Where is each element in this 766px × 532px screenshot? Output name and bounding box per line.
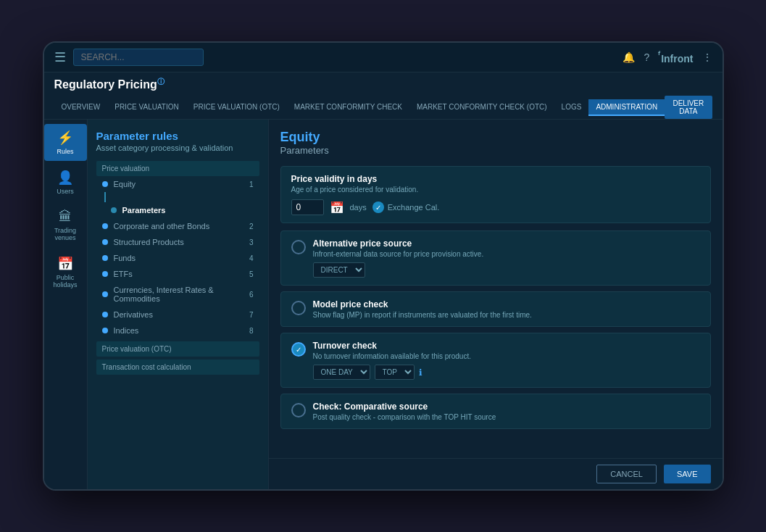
calendar-icon: 📅 xyxy=(330,201,344,215)
trading-venues-icon: 🏛 xyxy=(59,209,72,225)
tree-item-derivatives[interactable]: Derivatives 7 xyxy=(96,307,259,323)
sidebar-item-rules[interactable]: ⚡ Rules xyxy=(44,124,87,161)
right-panel: Equity Parameters Price validity in days… xyxy=(269,120,723,458)
parameters-dot xyxy=(111,207,117,213)
model-price-info: Model price check Show flag (MP) in repo… xyxy=(313,299,700,319)
equity-subtitle: Parameters xyxy=(280,145,711,156)
transaction-cost-section[interactable]: Transaction cost calculation xyxy=(96,359,259,375)
tree-item-currencies[interactable]: Currencies, Interest Rates & Commodities… xyxy=(96,282,259,307)
param-rules-subtitle: Asset category processing & validation xyxy=(96,144,259,152)
users-icon: 👤 xyxy=(57,170,73,186)
tree-connector xyxy=(104,192,106,202)
top-bar: ☰ 🔔 ? ᶠInfront ⋮ xyxy=(44,43,723,72)
bonds-dot xyxy=(102,223,108,229)
price-validity-title: Price validity in days xyxy=(291,174,700,184)
indices-dot xyxy=(102,328,108,333)
turnover-dropdown-row: ONE DAY TOP ℹ xyxy=(313,365,700,380)
tab-administration[interactable]: ADMINISTRATION xyxy=(588,99,665,116)
currencies-dot xyxy=(102,291,108,297)
tree-item-equity[interactable]: Equity 1 xyxy=(96,176,259,192)
comparative-title: Check: Comparative source xyxy=(313,402,700,412)
param-rules-panel: Parameter rules Asset category processin… xyxy=(88,120,269,489)
model-price-title: Model price check xyxy=(313,299,700,309)
turnover-toggle[interactable]: ✓ xyxy=(291,342,306,357)
price-valuation-section[interactable]: Price valuation xyxy=(96,161,259,176)
comparative-desc: Post quality check - comparison with the… xyxy=(313,413,700,421)
alt-price-dropdown[interactable]: DIRECT xyxy=(313,262,365,278)
alt-price-dropdown-row: DIRECT xyxy=(313,262,700,278)
exchange-cal-label: Exchange Cal. xyxy=(388,203,440,212)
sidebar-item-users[interactable]: 👤 Users xyxy=(44,164,87,201)
page-title: Regulatory Pricingⓘ xyxy=(54,77,712,91)
check-circle-icon: ✓ xyxy=(372,201,384,213)
more-icon[interactable]: ⋮ xyxy=(702,51,712,63)
comparative-info: Check: Comparative source Post quality c… xyxy=(313,402,700,421)
tree-item-parameters[interactable]: Parameters xyxy=(96,202,259,218)
param-rules-title: Parameter rules xyxy=(96,130,259,142)
turnover-info: Turnover check No turnover information a… xyxy=(313,341,700,380)
exchange-cal[interactable]: ✓ Exchange Cal. xyxy=(372,201,440,213)
tab-price-valuation[interactable]: PRICE VALUATION xyxy=(107,99,186,116)
price-validity-card: Price validity in days Age of a price co… xyxy=(280,166,711,223)
tab-market-conformity-otc[interactable]: MARKET CONFORMITY CHECK (OTC) xyxy=(409,99,554,116)
price-valuation-otc-section[interactable]: Price valuation (OTC) xyxy=(96,341,259,357)
comparative-toggle[interactable] xyxy=(291,403,306,417)
public-holidays-icon: 📅 xyxy=(57,256,73,272)
main-content: ⚡ Rules 👤 Users 🏛 Trading venues 📅 Publi… xyxy=(44,120,723,489)
nav-tabs: OVERVIEW PRICE VALUATION PRICE VALUATION… xyxy=(54,96,712,119)
alt-price-title: Alternative price source xyxy=(313,238,700,249)
tree-item-structured[interactable]: Structured Products 3 xyxy=(96,234,259,250)
rules-icon: ⚡ xyxy=(57,130,73,146)
top-bar-right: 🔔 ? ᶠInfront ⋮ xyxy=(623,50,712,65)
alt-price-info: Alternative price source Infront-externa… xyxy=(313,238,700,278)
equity-title: Equity xyxy=(280,130,711,145)
tree-item-etfs[interactable]: ETFs 5 xyxy=(96,266,259,282)
days-input[interactable] xyxy=(291,199,324,215)
days-label: days xyxy=(350,203,367,212)
sidebar-label-public-holidays: Public holidays xyxy=(49,274,83,288)
deliver-data-button[interactable]: DELIVER DATA xyxy=(665,96,712,119)
tab-price-valuation-otc[interactable]: PRICE VALUATION (OTC) xyxy=(186,99,287,116)
model-price-desc: Show flag (MP) in report if instruments … xyxy=(313,311,700,319)
derivatives-dot xyxy=(102,312,108,317)
brand-logo: ᶠInfront xyxy=(658,50,693,65)
save-button[interactable]: SAVE xyxy=(664,465,711,483)
title-bar: Regulatory Pricingⓘ OVERVIEW PRICE VALUA… xyxy=(44,72,723,120)
tree-item-funds[interactable]: Funds 4 xyxy=(96,250,259,266)
equity-dot xyxy=(102,181,108,187)
comparative-source-card: Check: Comparative source Post quality c… xyxy=(280,394,711,429)
tree-item-indices[interactable]: Indices 8 xyxy=(96,323,259,338)
tab-logs[interactable]: LOGS xyxy=(554,99,589,116)
turnover-desc: No turnover information available for th… xyxy=(313,352,700,360)
model-price-toggle[interactable] xyxy=(291,301,306,315)
sidebar-item-public-holidays[interactable]: 📅 Public holidays xyxy=(44,250,87,294)
help-icon[interactable]: ? xyxy=(644,51,649,63)
sidebar-label-rules: Rules xyxy=(57,148,73,155)
price-validity-controls: 📅 days ✓ Exchange Cal. xyxy=(291,199,700,215)
etfs-dot xyxy=(102,271,108,277)
sidebar-label-trading-venues: Trading venues xyxy=(49,227,83,241)
alt-price-desc: Infront-external data source for price p… xyxy=(313,250,700,258)
tree-item-bonds[interactable]: Corporate and other Bonds 2 xyxy=(96,218,259,234)
footer-buttons: CANCEL SAVE xyxy=(269,458,723,489)
sidebar-label-users: Users xyxy=(57,188,74,195)
tab-market-conformity[interactable]: MARKET CONFORMITY CHECK xyxy=(287,99,409,116)
alt-price-toggle[interactable] xyxy=(291,240,306,254)
search-input[interactable] xyxy=(73,49,204,66)
turnover-title: Turnover check xyxy=(313,341,700,351)
info-icon: ℹ xyxy=(419,367,422,378)
model-price-card: Model price check Show flag (MP) in repo… xyxy=(280,291,711,327)
hamburger-icon[interactable]: ☰ xyxy=(54,49,66,65)
bell-icon[interactable]: 🔔 xyxy=(623,51,635,63)
tab-overview[interactable]: OVERVIEW xyxy=(54,99,108,116)
sidebar-icons: ⚡ Rules 👤 Users 🏛 Trading venues 📅 Publi… xyxy=(44,120,88,489)
alt-price-card: Alternative price source Infront-externa… xyxy=(280,230,711,286)
turnover-dropdown1[interactable]: ONE DAY xyxy=(313,365,370,380)
sidebar-item-trading-venues[interactable]: 🏛 Trading venues xyxy=(44,204,87,247)
cancel-button[interactable]: CANCEL xyxy=(596,465,657,483)
structured-dot xyxy=(102,239,108,245)
turnover-check-card: ✓ Turnover check No turnover information… xyxy=(280,333,711,388)
funds-dot xyxy=(102,255,108,261)
price-validity-desc: Age of a price considered for validation… xyxy=(291,186,700,194)
turnover-dropdown2[interactable]: TOP xyxy=(375,365,415,380)
